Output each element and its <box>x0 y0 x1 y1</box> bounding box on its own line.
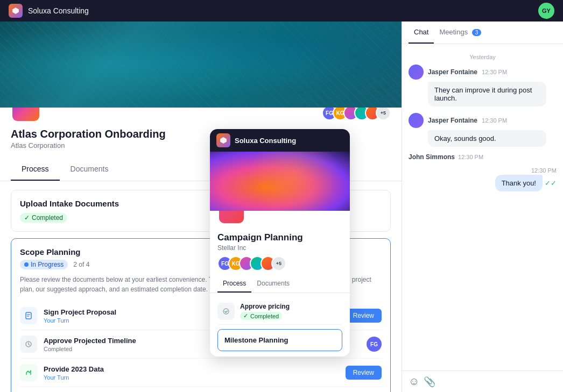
chat-msg-3: John Simmons 12:30 PM <box>409 153 557 161</box>
tab-process[interactable]: Process <box>11 158 60 181</box>
popup-tab-process[interactable]: Process <box>217 275 251 293</box>
chat-right-msg: 12:30 PM Thank you! ✓✓ <box>409 167 557 191</box>
top-bar: Soluxa Consulting GY <box>0 0 563 22</box>
footer-bubble: Thank you! <box>495 175 543 191</box>
popup-process: Approve pricing ✓ Completed Milestone Pl… <box>210 293 350 357</box>
chat-bubble-1: They can improve it during post launch. <box>428 82 546 106</box>
chat-time-2: 12:30 PM <box>482 117 507 124</box>
chat-msg-2-header: Jasper Fontaine 12:30 PM <box>409 113 557 128</box>
popup-avatars: FG KG +5 <box>210 252 350 275</box>
task-sub-3: Your Turn <box>44 374 346 381</box>
chat-tabs: Chat Meetings 3 <box>402 22 563 44</box>
svg-rect-1 <box>26 312 31 319</box>
chat-msg-2: Jasper Fontaine 12:30 PM Okay, sounds go… <box>409 113 557 147</box>
chat-msg-1-header: Jasper Fontaine 12:30 PM <box>409 65 557 80</box>
app-title: Soluxa Consulting <box>28 6 89 15</box>
hero-texture <box>0 22 402 108</box>
meetings-badge: 3 <box>472 29 482 36</box>
task-assignee-2: FG <box>367 337 382 352</box>
chat-time-1: 12:30 PM <box>482 69 507 75</box>
chat-tab-meetings[interactable]: Meetings 3 <box>434 22 487 44</box>
scope-progress: 2 of 4 <box>73 261 89 268</box>
upload-status: ✓ Completed <box>20 213 67 223</box>
task-icon-data <box>20 364 37 381</box>
popup-section-card: Milestone Planning <box>217 329 342 351</box>
chat-msg-3-header: John Simmons 12:30 PM <box>409 153 557 161</box>
attachment-icon[interactable]: 📎 <box>424 376 435 388</box>
popup-task-1: Approve pricing ✓ Completed <box>217 298 342 325</box>
emoji-icon[interactable]: ☺ <box>409 375 419 388</box>
chat-time-3: 12:30 PM <box>458 154 483 160</box>
member-avatars: FG KG +5 <box>322 105 391 120</box>
popup-header-bar: Soluxa Consulting <box>210 129 350 152</box>
right-panel: Chat Meetings 3 Yesterday Jasper Fontain… <box>402 22 563 392</box>
chat-sender-3: John Simmons <box>409 153 455 161</box>
popup-tab-documents[interactable]: Documents <box>251 275 295 293</box>
task-icon-proposal <box>20 307 37 324</box>
popup-task-status-1: ✓ Completed <box>240 312 282 320</box>
tab-documents[interactable]: Documents <box>60 158 119 181</box>
progress-dot <box>24 262 29 267</box>
hero-banner <box>0 22 402 108</box>
user-avatar[interactable]: GY <box>538 3 554 19</box>
chat-bubble-2: Okay, sounds good. <box>428 130 546 147</box>
popup-tabs: Process Documents <box>210 275 350 293</box>
task-name-3: Provide 2023 Data <box>44 365 346 373</box>
popup-proj-sub: Stellar Inc <box>210 244 350 252</box>
avatar-stack-row: FG KG +5 <box>322 105 391 120</box>
popup-task-name-1: Approve pricing <box>240 303 342 310</box>
chat-sender-2: Jasper Fontaine <box>428 117 477 124</box>
date-divider: Yesterday <box>409 54 557 60</box>
popup-task-info-1: Approve pricing ✓ Completed <box>240 303 342 320</box>
popup-hero <box>210 152 350 211</box>
svg-marker-7 <box>220 137 227 144</box>
popup-section-title: Milestone Planning <box>224 336 335 344</box>
task-row-3: Provide 2023 Data Your Turn Review <box>20 359 382 387</box>
avatar-more: +5 <box>376 105 391 120</box>
chat-avatar-jasper1 <box>409 65 424 80</box>
chat-msg-1: Jasper Fontaine 12:30 PM They can improv… <box>409 65 557 106</box>
chat-tab-chat[interactable]: Chat <box>409 22 434 44</box>
svg-marker-0 <box>12 8 19 14</box>
footer-time: 12:30 PM <box>409 167 557 174</box>
popup-member-avatars: FG KG +5 <box>217 256 342 271</box>
task-info-3: Provide 2023 Data Your Turn <box>44 365 346 381</box>
review-btn-1[interactable]: Review <box>346 309 382 323</box>
check-icon: ✓ <box>24 214 30 222</box>
task-icon-timeline <box>20 336 37 353</box>
task-row-4: Create Panel Management Account Complete… <box>20 387 382 392</box>
scope-status: In Progress <box>20 260 68 269</box>
chat-avatar-jasper2 <box>409 113 424 128</box>
popup-task-icon-1 <box>217 303 235 320</box>
chat-footer: ☺ 📎 <box>402 370 563 392</box>
footer-msg-row: Thank you! ✓✓ <box>409 175 557 191</box>
popup-app-logo <box>216 133 230 147</box>
read-tick: ✓✓ <box>545 179 557 187</box>
chat-messages: Yesterday Jasper Fontaine 12:30 PM They … <box>402 44 563 370</box>
popup-av-more: +5 <box>271 256 286 271</box>
svg-point-8 <box>223 309 229 314</box>
review-btn-3[interactable]: Review <box>346 366 382 380</box>
app-logo <box>9 4 23 18</box>
app-container: Soluxa Consulting GY FG KG <box>0 0 563 392</box>
popup-card: Soluxa Consulting Campaign Planning Stel… <box>210 129 350 357</box>
chat-sender-1: Jasper Fontaine <box>428 68 477 76</box>
popup-app-name: Soluxa Consulting <box>235 137 296 145</box>
popup-proj-title: Campaign Planning <box>210 232 350 243</box>
